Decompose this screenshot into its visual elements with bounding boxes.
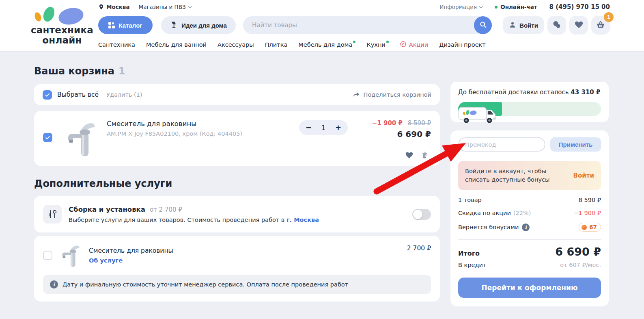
search-icon [479,21,487,30]
online-chat-link[interactable]: Онлайн-чат [495,4,537,10]
login-button[interactable]: Войти [503,16,544,34]
services-title: Дополнительные услуги [34,178,440,189]
service-description: Выберите услуги для ваших товаров. Стоим… [69,217,319,223]
bonus-banner-text: Войдите в аккаунт, чтобы списать доступн… [465,167,562,184]
favorite-item-button[interactable] [405,151,414,159]
city-selector[interactable]: Москва [98,4,130,10]
credit-row: В кредит от 607 ₽/мес. [458,262,601,268]
checkout-button[interactable]: Перейти к оформлению [458,278,601,298]
compare-button[interactable] [547,16,566,35]
share-cart-button[interactable]: Поделиться корзиной [353,91,431,99]
cart-count-badge: 1 [604,12,614,22]
shipping-progress-bar [458,102,601,116]
chevron-down-icon [188,4,192,9]
summary-items-value: 8 590 ₽ [579,197,601,203]
nav-label: Плитка [265,41,288,48]
basket-icon [596,20,605,31]
online-status-dot [495,6,498,9]
item-price: 6 690 ₽ [348,129,431,139]
cart-title-text: Ваша корзина [34,65,114,77]
item-discount: −1 900 ₽ [372,119,403,127]
user-icon [509,21,516,30]
product-sku: AM.PM X-Joy F85A02100, хром (Код: 404405… [107,130,299,137]
nav-label: Аксессуары [218,41,254,48]
info-icon[interactable]: i [522,224,530,231]
bonus-login-banner: Войдите в аккаунт, чтобы списать доступн… [458,161,601,190]
summary-items-label: 1 товар [458,197,482,203]
nav-label: Мебель для ванной [146,41,207,48]
credit-label: В кредит [458,262,486,268]
search-button[interactable] [474,16,492,34]
qty-value: 1 [321,124,325,132]
subservice-card: Смеситель для раковины Об услуге 2 700 ₽… [34,236,440,302]
qty-minus-button[interactable]: − [306,124,312,131]
service-desc-text: Выберите услуги для ваших товаров. Стоим… [69,217,286,223]
free-shipping-text: До бесплатной доставки осталось 43 310 ₽ [458,89,601,96]
nav-item-akcii[interactable]: Акции [400,41,428,49]
promo-code-input[interactable] [458,137,545,152]
bonus-login-link[interactable]: Войти [573,172,594,179]
free-shipping-prefix: До бесплатной доставки осталось [458,89,571,96]
summary-discount-value: −1 900 ₽ [574,210,601,216]
search-input[interactable] [243,22,492,29]
delete-item-button[interactable] [421,151,429,159]
select-all-label[interactable]: Выбрать всё [57,91,99,98]
product-name[interactable]: Смеситель для раковины [107,120,299,128]
select-all-checkbox[interactable] [43,90,52,100]
subservice-image [58,242,83,268]
cart-button[interactable]: 1 [591,16,610,35]
stores-menu[interactable]: Магазины и ПВЗ [139,4,192,10]
summary-bonus-row: Вернется бонусами i 67 [458,223,601,232]
brand-logo[interactable]: сантехникаонлайн [26,0,98,51]
summary-discount-label: Скидка по акции [458,210,511,216]
credit-value: от 607 ₽/мес. [560,262,601,268]
search-bar [243,16,492,34]
item-checkbox[interactable] [43,133,52,142]
delete-selected-link[interactable]: Удалить (1) [106,91,142,98]
catalog-button[interactable]: Каталог [98,16,153,34]
topbar: Москва Магазины и ПВЗ Информация Онлайн-… [98,2,610,11]
nav-item-santehnika[interactable]: Сантехника [98,41,135,48]
phone-number[interactable]: 8 (495) 970 15 00 [549,3,610,11]
select-all-bar: Выбрать всё Удалить (1) Поделиться корзи… [34,84,440,105]
share-label: Поделиться корзиной [364,91,431,98]
main-nav: Сантехника Мебель для ванной Аксессуары … [98,41,610,49]
share-icon [353,91,360,99]
service-city-link[interactable]: г. Москва [286,217,319,223]
chevron-down-icon [479,4,483,9]
nav-item-design[interactable]: Дизайн проект [439,41,486,48]
apply-promo-button[interactable]: Применить [550,137,601,152]
compare-circles-icon [552,20,562,31]
summary-divider [458,239,601,240]
bonus-coin-icon [582,225,587,230]
new-dot [386,41,389,43]
subservice-checkbox[interactable] [43,251,52,260]
summary-bonus-label: Вернется бонусами [458,224,519,230]
product-image[interactable] [59,118,103,158]
brand-logo-icon [26,5,98,24]
qty-plus-button[interactable]: + [335,124,341,131]
heart-icon [405,151,414,159]
brand-name: сантехникаонлайн [26,25,98,46]
total-row: Итого 6 690 ₽ [458,245,601,258]
nav-item-kuhni[interactable]: Кухни [366,41,388,48]
assembly-service-card: Сборка и установка от 2 700 ₽ Выберите у… [34,196,440,232]
stores-label: Магазины и ПВЗ [139,4,186,10]
order-summary-card: Применить Войдите в аккаунт, чтобы списа… [450,130,609,306]
favorites-button[interactable] [569,16,588,35]
nav-item-aksessuary[interactable]: Аксессуары [218,41,254,48]
trash-icon [421,151,429,159]
assembly-toggle[interactable] [412,209,431,220]
nav-item-plitka[interactable]: Плитка [265,41,288,48]
chat-label: Онлайн-чат [500,4,537,10]
info-menu[interactable]: Информация [439,4,482,10]
summary-discount-note: (22%) [513,210,531,216]
home-ideas-button[interactable]: Идеи для дома [161,16,236,34]
free-shipping-card: До бесплатной доставки осталось 43 310 ₽ [450,82,609,122]
nav-label: Сантехника [98,41,135,48]
nav-item-mebel-vannoy[interactable]: Мебель для ванной [146,41,207,48]
summary-discount-row: Скидка по акции (22%) −1 900 ₽ [458,210,601,216]
nav-item-mebel-doma[interactable]: Мебель для дома [298,41,355,48]
about-service-link[interactable]: Об услуге [89,257,173,264]
cart-count: 1 [118,65,125,77]
